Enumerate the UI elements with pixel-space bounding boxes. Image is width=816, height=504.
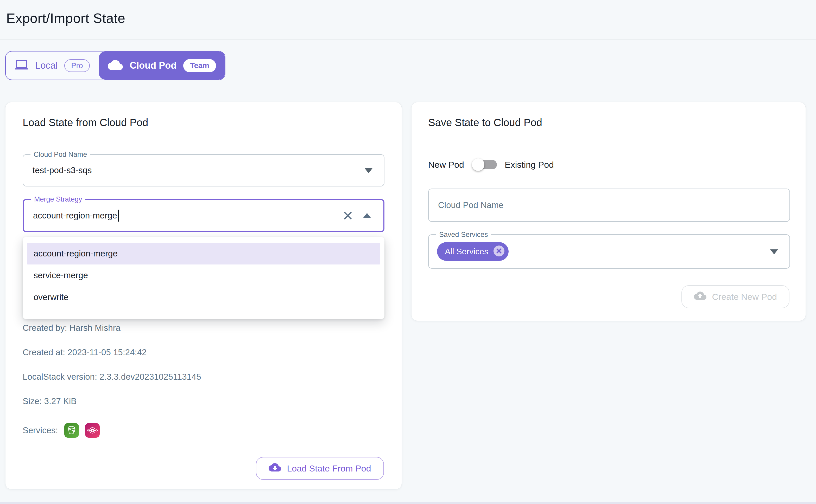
merge-strategy-dropdown: account-region-merge service-merge overw… (23, 237, 384, 319)
merge-strategy-input[interactable]: Merge Strategy account-region-merge (23, 199, 384, 232)
created-by-text: Created by: Harsh Mishra (23, 322, 201, 334)
tab-local[interactable]: Local Pro (6, 51, 99, 80)
dropdown-option-service-merge[interactable]: service-merge (27, 264, 380, 286)
pro-badge: Pro (64, 59, 89, 72)
tab-cloud-pod-label: Cloud Pod (130, 60, 176, 71)
load-state-card: Load State from Cloud Pod Cloud Pod Name… (5, 102, 402, 489)
export-import-state-page: Export/Import State Local Pro Cloud Pod … (0, 0, 816, 504)
new-pod-name-field (428, 189, 790, 222)
merge-strategy-value: account-region-merge (33, 211, 117, 221)
create-new-pod-button[interactable]: Create New Pod (682, 285, 789, 308)
load-card-title: Load State from Cloud Pod (23, 117, 148, 128)
clear-icon[interactable] (342, 210, 354, 223)
cloud-icon (108, 57, 123, 74)
created-at-text: Created at: 2023-11-05 15:24:42 (23, 347, 201, 358)
header-divider (0, 39, 816, 40)
laptop-icon (15, 58, 28, 73)
save-state-card: Save State to Cloud Pod New Pod Existing… (411, 102, 806, 321)
new-pod-label: New Pod (428, 160, 464, 170)
services-row: Services: (23, 423, 201, 438)
dropdown-option-account-region-merge[interactable]: account-region-merge (27, 243, 380, 264)
pod-mode-switch[interactable] (472, 158, 497, 171)
saved-services-label: Saved Services (436, 230, 491, 239)
saved-services-select[interactable]: Saved Services All Services (428, 234, 790, 269)
page-title: Export/Import State (6, 10, 125, 26)
create-button-label: Create New Pod (712, 292, 777, 302)
save-card-title: Save State to Cloud Pod (428, 117, 542, 128)
existing-pod-label: Existing Pod (505, 160, 554, 170)
tab-local-label: Local (35, 60, 57, 71)
tab-cloud-pod[interactable]: Cloud Pod Team (99, 51, 225, 80)
text-cursor (118, 210, 119, 222)
services-label: Services: (23, 425, 58, 435)
load-button-label: Load State From Pod (287, 463, 371, 474)
pod-metadata: Created by: Harsh Mishra Created at: 202… (23, 322, 201, 438)
chevron-down-icon[interactable] (770, 249, 778, 254)
cloud-pod-name-select[interactable]: Cloud Pod Name test-pod-s3-sqs (23, 154, 384, 186)
cloud-download-icon (269, 461, 281, 476)
cloud-pod-name-select-value: test-pod-s3-sqs (33, 155, 92, 186)
chip-delete-icon[interactable] (493, 245, 505, 258)
new-pod-name-input[interactable] (429, 189, 789, 221)
all-services-chip[interactable]: All Services (437, 242, 509, 261)
cloud-upload-icon (694, 289, 707, 304)
team-badge: Team (183, 59, 216, 72)
dropdown-option-overwrite[interactable]: overwrite (27, 286, 380, 308)
pod-mode-toggle-row: New Pod Existing Pod (428, 157, 554, 172)
sqs-icon (85, 423, 100, 438)
chevron-down-icon[interactable] (365, 168, 372, 173)
storage-mode-tabs: Local Pro Cloud Pod Team (5, 51, 226, 80)
chevron-up-icon[interactable] (363, 213, 371, 218)
s3-icon (64, 423, 79, 438)
switch-thumb[interactable] (472, 158, 484, 171)
load-state-from-pod-button[interactable]: Load State From Pod (256, 457, 384, 480)
all-services-chip-label: All Services (445, 247, 488, 256)
bottom-scroll-strip (0, 502, 816, 504)
localstack-version-text: LocalStack version: 2.3.3.dev20231025113… (23, 371, 201, 383)
size-text: Size: 3.27 KiB (23, 396, 201, 407)
